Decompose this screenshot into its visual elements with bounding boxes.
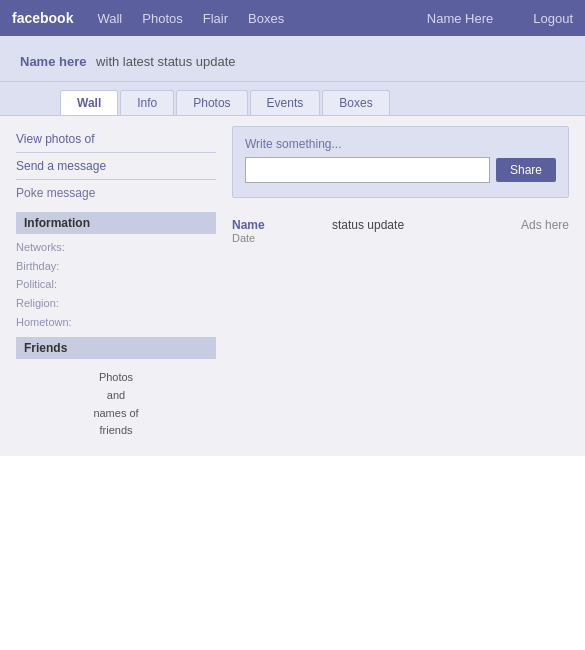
information-section-header: Information (16, 212, 216, 234)
share-button[interactable]: Share (496, 158, 556, 182)
status-input-row: Share (245, 157, 556, 183)
tab-events[interactable]: Events (250, 90, 321, 115)
info-networks: Networks: (16, 238, 216, 257)
feed-area: Name Date status update Ads here (232, 210, 569, 262)
feed-item-left: Name Date (232, 218, 322, 244)
feed-item: Name Date status update Ads here (232, 218, 569, 244)
info-political: Political: (16, 275, 216, 294)
info-hometown: Hometown: (16, 313, 216, 332)
status-text-input[interactable] (245, 157, 490, 183)
send-message-link[interactable]: Send a message (16, 153, 216, 180)
feed-ads: Ads here (499, 218, 569, 244)
friends-text: Photos and names of friends (93, 371, 138, 436)
status-update-box: Write something... Share (232, 126, 569, 198)
tab-photos[interactable]: Photos (176, 90, 247, 115)
nav-boxes[interactable]: Boxes (248, 11, 284, 26)
user-name-display: Name Here (427, 11, 493, 26)
profile-tabs: Wall Info Photos Events Boxes (0, 82, 585, 116)
tab-boxes[interactable]: Boxes (322, 90, 389, 115)
main-content: View photos of Send a message Poke messa… (0, 116, 585, 456)
view-photos-link[interactable]: View photos of (16, 126, 216, 153)
feed-date: Date (232, 232, 255, 244)
profile-status-text: with latest status update (96, 54, 235, 69)
nav-wall[interactable]: Wall (97, 11, 122, 26)
nav-photos[interactable]: Photos (142, 11, 182, 26)
profile-display-name[interactable]: Name here (20, 54, 86, 69)
write-something-label: Write something... (245, 137, 556, 151)
center-column: Write something... Share Name Date statu… (232, 126, 569, 446)
top-nav-bar: facebook Wall Photos Flair Boxes Name He… (0, 0, 585, 36)
tab-info[interactable]: Info (120, 90, 174, 115)
info-religion: Religion: (16, 294, 216, 313)
feed-status-text: status update (332, 218, 489, 244)
info-birthday: Birthday: (16, 257, 216, 276)
poke-message-label: Poke message (16, 180, 216, 206)
friends-photos-area: Photos and names of friends (16, 363, 216, 445)
feed-user-name[interactable]: Name (232, 218, 265, 232)
profile-header: Name here with latest status update (0, 36, 585, 82)
left-column: View photos of Send a message Poke messa… (16, 126, 216, 446)
brand-logo: facebook (12, 10, 73, 26)
tab-wall[interactable]: Wall (60, 90, 118, 115)
profile-status-line: Name here with latest status update (20, 54, 565, 69)
friends-section-header: Friends (16, 337, 216, 359)
nav-flair[interactable]: Flair (203, 11, 228, 26)
info-fields: Networks: Birthday: Political: Religion:… (16, 238, 216, 331)
logout-button[interactable]: Logout (533, 11, 573, 26)
